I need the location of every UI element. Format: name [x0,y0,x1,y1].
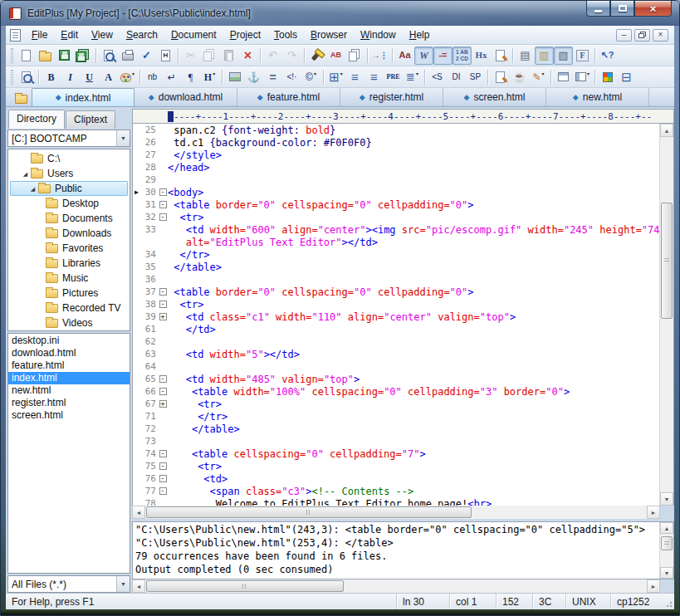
tree-item-users[interactable]: ◢Users [10,166,128,181]
fold-toggle[interactable]: - [158,388,168,395]
file-item-register-html[interactable]: register.html [8,397,130,409]
file-item-feature-html[interactable]: feature.html [8,359,130,372]
code-line-35[interactable]: 35 </table> [133,261,659,273]
browser-preview-button[interactable] [17,68,36,86]
code-line-38[interactable]: 38- <tr> [133,298,659,310]
scrollbar-thumb[interactable] [661,536,673,550]
new-document-button[interactable] [17,46,36,65]
menu-help[interactable]: Help [403,27,437,43]
menu-project[interactable]: Project [223,27,267,43]
toolbar-grip[interactable] [11,70,13,85]
print-button[interactable] [118,46,137,65]
scroll-down-icon[interactable]: ▼ [660,492,673,506]
code-line-74[interactable]: 74- <table cellspacing="0" cellpadding="… [133,447,659,460]
save-file-button[interactable] [55,46,74,65]
fold-toggle[interactable]: - [158,188,168,196]
chevron-down-icon[interactable]: ▼ [116,130,130,146]
insert-table-button[interactable]: ⊞▾ [326,68,345,86]
span-tag-button[interactable]: SP [466,68,485,86]
fold-collapse-icon[interactable]: - [159,487,167,495]
context-help-button[interactable]: ↖? [598,46,617,65]
fold-toggle[interactable]: - [158,375,168,383]
code-line-29[interactable]: 29 [133,174,659,186]
line-numbers-button[interactable]: 1 AB2 CD [453,46,472,65]
copy-button[interactable] [200,46,219,65]
tab-index-html[interactable]: ◆index.html [32,88,135,106]
code-line-28[interactable]: 28</head> [133,161,659,174]
user-tools-button[interactable]: ☕ [510,68,529,86]
underline-button[interactable]: U [80,68,99,86]
fold-toggle[interactable]: - [158,301,168,308]
arrange-windows-button[interactable]: ▾ [573,68,592,86]
tree-item-favorites[interactable]: Favorites [10,241,128,256]
fold-collapse-icon[interactable]: - [159,450,167,457]
code-line-61[interactable]: 61 </td> [133,323,659,335]
fold-expand-icon[interactable]: + [159,400,167,408]
drive-selector[interactable]: [C:] BOOTCAMP ▼ [7,130,130,147]
code-line-31[interactable]: 31- <table border="0" cellspacing="0" ce… [133,198,659,211]
toolbar-grip[interactable] [11,48,13,63]
scrollbar-thumb[interactable] [146,580,344,592]
non-breaking-space-button[interactable]: nb [143,68,162,86]
line-break-button[interactable]: ↵ [162,68,181,86]
change-case-button[interactable]: Aa [395,46,414,65]
code-line-25[interactable]: 25 span.c2 {font-weight: bold} [133,124,659,136]
file-item-new-html[interactable]: new.html [8,384,130,397]
code-line-73[interactable]: 73 [133,435,659,447]
cut-button[interactable]: ✂ [181,46,200,65]
replace-button[interactable]: AB [326,46,345,65]
font-color-button[interactable]: ▾ [118,68,137,86]
preformatted-button[interactable]: PRE [384,68,403,86]
special-character-button[interactable]: ©▾ [301,68,320,86]
scroll-down-icon[interactable]: ▼ [660,567,673,579]
fold-toggle[interactable]: - [158,475,168,482]
document-system-icon[interactable] [10,29,21,42]
tree-item-desktop[interactable]: Desktop [10,196,128,211]
tab-cliptext[interactable]: Cliptext [66,110,115,129]
fold-toggle[interactable]: + [158,400,168,408]
scrollbar-thumb[interactable] [146,506,472,518]
highlight-button[interactable]: ✎▾ [529,68,548,86]
code-line-78[interactable]: 78 Welcome to EditPlus Text Editor home … [133,497,659,506]
code-line-37[interactable]: 37- <table border="0" cellspacing="0" ce… [133,286,659,298]
heading-button[interactable]: H▾ [200,68,219,86]
document-selector-button[interactable] [10,89,32,106]
scroll-up-icon[interactable]: ▲ [660,522,673,534]
fold-expand-icon[interactable]: + [159,313,167,320]
paste-button[interactable] [219,46,238,65]
file-item-index-html[interactable]: index.html [8,372,130,384]
fold-collapse-icon[interactable]: - [159,213,167,221]
word-wrap-button[interactable]: W [414,46,433,65]
toggle-directory-window-button[interactable]: ▥ [535,46,554,65]
expand-icon[interactable]: ◢ [21,171,30,177]
fold-collapse-icon[interactable]: - [159,301,167,308]
resize-grip[interactable] [662,594,674,609]
new-html-document-button[interactable]: H [156,46,175,65]
fold-collapse-icon[interactable]: - [159,201,167,208]
scroll-left-icon[interactable]: ◄ [132,506,145,519]
horizontal-rule-button[interactable]: = [263,68,282,86]
tree-item-recorded-tv[interactable]: Recorded TV [10,301,128,315]
code-line-67[interactable]: 67+ <tr> [133,398,659,410]
code-line-27[interactable]: 27 </style> [133,149,659,161]
document-properties-button[interactable] [491,46,510,65]
menu-browser[interactable]: Browser [304,27,354,43]
tree-item-public[interactable]: ◢Public [10,181,128,196]
output-horizontal-scrollbar[interactable]: ◄ ► [132,579,660,593]
editor-horizontal-scrollbar[interactable]: ◄ ► [132,506,660,519]
menu-search[interactable]: Search [120,27,164,43]
output-vertical-scrollbar[interactable]: ▲ ▼ [659,522,673,579]
code-line-77[interactable]: 77- <span class="c3"><!-- Contents --> [133,485,659,497]
tab-download-html[interactable]: ◆download.html [135,88,237,106]
menu-window[interactable]: Window [354,27,403,43]
code-line-33[interactable]: 33 <td width="600" align="center"><img s… [133,223,659,236]
code-line-30[interactable]: ▶30-<body> [133,186,659,198]
comment-button[interactable]: <!· [282,68,301,86]
tree-item-c[interactable]: C:\ [10,151,128,166]
fold-collapse-icon[interactable]: - [159,475,167,482]
expand-icon[interactable]: ◢ [28,186,37,192]
insert-image-button[interactable] [225,68,244,86]
find-in-files-button[interactable] [345,46,364,65]
strikethrough-button[interactable]: <S [428,68,447,86]
code-line-64[interactable]: 64 [133,360,659,373]
